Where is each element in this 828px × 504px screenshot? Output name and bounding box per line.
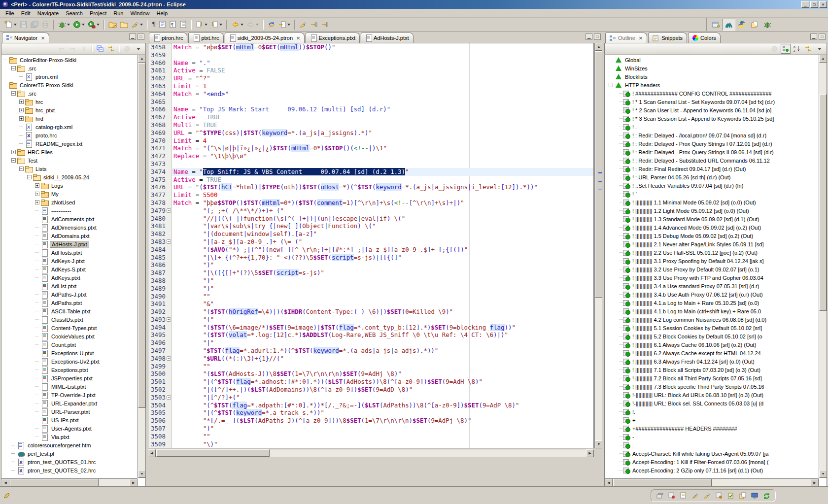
outline-item[interactable]: ! . — [605, 123, 819, 131]
back-button[interactable] — [230, 19, 245, 31]
code-line[interactable]: 3496 "|" — [148, 339, 593, 347]
forward-button[interactable] — [245, 19, 260, 31]
navigator-item[interactable]: AdKeys-S.ptxt — [1, 265, 138, 273]
navigator-item[interactable]: TP-Override-J.ptxt — [1, 391, 138, 399]
code-line[interactable]: 3495 "($TST(volat=*.log:[12]c.*)$ADDLST(… — [148, 331, 593, 339]
open-perspective-button[interactable] — [710, 19, 723, 31]
sort-az-icon[interactable]: az — [792, 44, 802, 54]
filter-icon[interactable] — [122, 44, 132, 54]
code-line[interactable]: 3463Limit = 1 — [148, 82, 593, 90]
navigator-item[interactable]: −Lists — [1, 165, 138, 173]
fold-column[interactable]: − — [166, 394, 172, 402]
navigator-item[interactable]: User-Agents.ptxt — [1, 424, 138, 433]
code-line[interactable]: 3509 "\)" — [148, 440, 593, 448]
outline-item[interactable]: ! |||||||||||| 1.2 Light Mode 05.09.12 [… — [605, 206, 819, 215]
expand-toggle[interactable]: − — [27, 175, 32, 179]
expand-toggle[interactable]: + — [35, 200, 39, 204]
editor-hscrollbar[interactable]: ◀ ▶ — [148, 449, 594, 457]
show-whitespace-toggle[interactable]: ¶ — [150, 19, 157, 31]
outline-item[interactable]: ! : Redir: Delayed - Substituted URL Com… — [605, 156, 819, 165]
outline-item[interactable]: ! |||||||||||| 7.3 Block specific Third … — [605, 382, 819, 391]
navigator-item[interactable]: AdList.ptxt — [1, 282, 138, 290]
navigator-item[interactable]: Count.ptxt — [1, 340, 138, 349]
navigator-item[interactable]: ptron_test_QUOTES_01.hrc — [1, 458, 138, 466]
dropdown-arrow-icon[interactable] — [205, 24, 207, 26]
outline-item[interactable]: ! |||||||||||| 6.3 Always Fresh 04.12.24… — [605, 357, 819, 366]
maximize-view-button[interactable]: □ — [138, 34, 144, 40]
code-line[interactable]: 3480 "//|((\( |)function(\s[^( ]+|)|(un|… — [148, 215, 593, 223]
close-tab-icon[interactable]: ✕ — [296, 35, 300, 41]
navigator-item[interactable]: +hrc — [1, 98, 138, 106]
code-line[interactable]: 3502 "|([^/]++.|)($LST(AdDomains))\8(^[a… — [148, 386, 593, 394]
navigator-item[interactable]: Via.ptxt — [1, 433, 138, 441]
navigator-item[interactable]: URL-Parser.ptxt — [1, 407, 138, 416]
outline-item[interactable]: ! |||||||||||| 3.3 Use Proxy with FTP an… — [605, 273, 819, 282]
expand-toggle[interactable]: − — [609, 83, 613, 87]
focus-icon[interactable] — [769, 44, 779, 54]
navigator-item[interactable]: perl_test.pl — [1, 449, 138, 458]
code-line[interactable]: 3503− "|[^/?]+(" — [148, 394, 593, 402]
code-line[interactable]: 3466Name = "Top JS Mark: Start 09.06.12 … — [148, 105, 593, 113]
outline-item[interactable]: ! |||||||||||| 2.1 Never alter Page/Link… — [605, 240, 819, 248]
expand-toggle[interactable]: − — [11, 158, 16, 163]
external-tools-button[interactable] — [86, 19, 101, 31]
menu-run[interactable]: Run — [110, 9, 127, 17]
dropdown-arrow-icon[interactable] — [287, 24, 290, 26]
navigator-item[interactable]: JSProperties.ptxt — [1, 374, 138, 382]
debug-perspective-button[interactable] — [761, 19, 774, 31]
outline-item[interactable]: + — [605, 416, 819, 424]
code-line[interactable]: 3490 "" — [148, 293, 593, 301]
fold-column[interactable]: − — [166, 355, 172, 363]
editor-vscrollbar[interactable]: ▲ ▼ — [594, 43, 602, 448]
open-snippet-folder-button[interactable] — [107, 19, 118, 31]
monitor-icon[interactable] — [751, 492, 759, 500]
close-view-icon[interactable]: ✕ — [41, 35, 45, 41]
code-line[interactable]: 3478Match = "þþø$STOP()$TST(mHtml=0*)($T… — [148, 199, 593, 207]
next-annotation-button[interactable] — [194, 19, 209, 31]
fold-column[interactable]: − — [166, 316, 172, 324]
navigator-item[interactable]: Content-Types.ptxt — [1, 324, 138, 332]
navigator-item[interactable]: AdKeys.ptxt — [1, 273, 138, 282]
maximize-view-button[interactable]: □ — [819, 34, 826, 40]
outline-item[interactable]: !. — [605, 407, 819, 416]
outline-item[interactable]: ! |||||||||||| 7.1 Block all Scripts 07.… — [605, 366, 819, 374]
outline-item[interactable]: ! : Redir: Delayed - /local.ptron/ 09.07… — [605, 131, 819, 139]
expand-toggle[interactable]: + — [35, 183, 39, 188]
code-editor[interactable]: 3458Match = "øþø$SET(mHtml=0$GET(mHtml))… — [148, 43, 594, 448]
menu-file[interactable]: File — [2, 9, 18, 17]
navigator-item[interactable]: colorersourceforgenet.htm — [1, 441, 138, 449]
view-menu-icon[interactable] — [134, 44, 143, 54]
outline-item[interactable]: ! : Redir: Final Redirect 09.04.17 [sd] … — [605, 165, 819, 173]
fast-view-icon[interactable] — [656, 492, 664, 500]
brush-icon-2[interactable] — [703, 492, 711, 500]
navigator-item[interactable]: Exceptions-U.ptxt — [1, 349, 138, 357]
outline-vscrollbar[interactable]: ▲ ▼ — [819, 55, 827, 478]
outline-item[interactable]: +################ HEADERS ######## — [605, 424, 819, 433]
tab-snippets[interactable]: Snippets — [648, 33, 687, 43]
dropdown-arrow-icon[interactable] — [256, 24, 259, 26]
navigator-item[interactable]: AdPaths.ptxt — [1, 299, 138, 307]
navigator-item[interactable]: Exceptions-Uv2.ptxt — [1, 357, 138, 366]
outline-item[interactable]: Accept-Encoding: 2 GZip only 07.11.16 [s… — [605, 466, 819, 474]
task-check-icon[interactable] — [727, 492, 735, 500]
code-line[interactable]: 3470Limit = 4 — [148, 137, 593, 145]
sync-green-icon[interactable] — [762, 492, 770, 500]
code-line[interactable]: 3491 "&" — [148, 300, 593, 308]
code-line[interactable]: 3474Name = "Top Sniff: JS & VBS Content … — [148, 168, 593, 176]
fold-collapse-icon[interactable]: − — [167, 208, 171, 213]
code-line[interactable]: 3487 "|\([{[]+"(?)\5$SET(script=s-js)" — [148, 269, 593, 277]
brush-icon[interactable] — [691, 492, 699, 500]
navigator-item[interactable]: ----------- — [1, 206, 138, 215]
outline-item[interactable]: ! |||||||||||| 3.4.a Use standard Proxy … — [605, 282, 819, 290]
outline-item[interactable]: ! * 1 Scan General List - Set Keywords 0… — [605, 98, 819, 106]
menu-help[interactable]: Help — [153, 9, 172, 17]
outline-item[interactable]: Accept-Charset: Kill while faking User-A… — [605, 449, 819, 458]
expand-toggle[interactable]: + — [11, 150, 16, 154]
navigator-item[interactable]: US-IPs.ptxt — [1, 416, 138, 424]
navigator-item[interactable]: −.src — [1, 64, 138, 72]
code-line[interactable]: 3501 "|(^$TST(flag=*.adhost:[#*:0].*))($… — [148, 378, 593, 386]
forward-icon[interactable]: ⇨ — [68, 44, 78, 54]
code-line[interactable]: 3458Match = "øþø$SET(mHtml=0$GET(mHtml))… — [148, 43, 593, 51]
code-line[interactable]: 3460Name = "." — [148, 59, 593, 67]
new-wizard-button[interactable] — [3, 19, 18, 31]
